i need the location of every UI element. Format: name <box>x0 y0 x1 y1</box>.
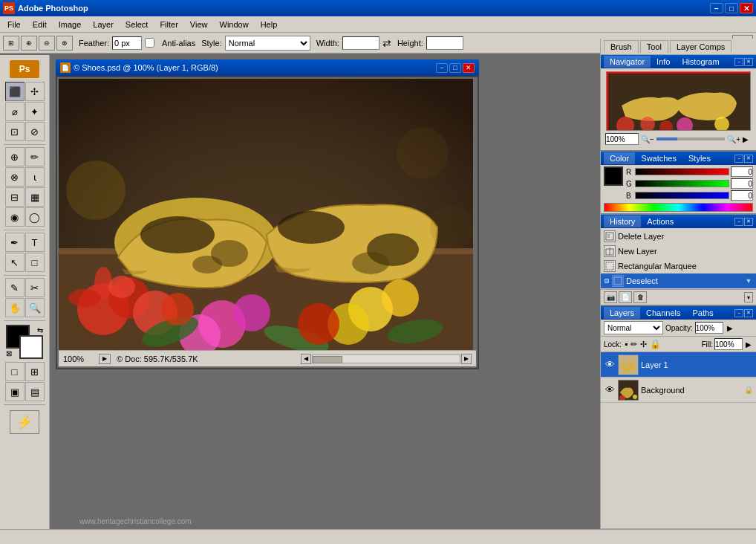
slice-tool[interactable]: ⊘ <box>25 122 45 141</box>
scroll-left-btn[interactable]: ◀ <box>301 354 311 364</box>
history-item-new-layer[interactable]: New Layer <box>601 244 756 259</box>
doc-minimize-btn[interactable]: − <box>436 63 448 73</box>
screenmode-btn[interactable]: ▣ <box>5 382 25 401</box>
color-panel-minimize[interactable]: − <box>734 155 743 163</box>
lasso-tool[interactable]: ⌀ <box>5 102 25 121</box>
document-image[interactable] <box>59 79 473 350</box>
history-scroll-down[interactable]: ▼ <box>744 276 753 285</box>
history-delete-btn[interactable]: 🗑 <box>633 291 647 303</box>
clone-stamp-tool[interactable]: ⊗ <box>5 167 25 187</box>
history-panel-close[interactable]: ✕ <box>744 218 753 226</box>
lock-pixels-btn[interactable]: ✏ <box>630 340 637 349</box>
shape-tool[interactable]: □ <box>25 253 45 272</box>
swap-wh-btn[interactable]: ⇄ <box>382 37 391 49</box>
lock-transparent-btn[interactable]: ▪ <box>625 339 628 349</box>
tab-history[interactable]: History <box>604 216 641 227</box>
standard-mode-btn[interactable]: □ <box>5 362 25 381</box>
quickmask-mode-btn[interactable]: ⊞ <box>25 362 45 381</box>
close-button[interactable]: ✕ <box>740 3 753 13</box>
maximize-button[interactable]: □ <box>725 3 738 13</box>
nav-options-btn[interactable]: ▶ <box>743 135 752 143</box>
layer-item-background[interactable]: 👁 Background 🔒 <box>601 378 756 403</box>
history-new-document-btn[interactable]: 📄 <box>619 291 632 303</box>
crop-tool[interactable]: ⊡ <box>5 122 25 141</box>
menu-filter[interactable]: Filter <box>154 19 183 30</box>
nav-panel-close[interactable]: ✕ <box>744 58 753 66</box>
r-value-input[interactable] <box>731 166 753 177</box>
history-new-snapshot-btn[interactable]: 📷 <box>604 291 617 303</box>
b-value-input[interactable] <box>731 190 753 201</box>
tab-layer-comps[interactable]: Layer Comps <box>670 40 731 53</box>
blur-tool[interactable]: ◉ <box>5 207 25 227</box>
zoom-slider[interactable] <box>656 137 725 140</box>
history-item-marquee[interactable]: Rectangular Marquee <box>601 259 756 273</box>
color-panel-close[interactable]: ✕ <box>744 155 753 163</box>
history-item-delete-layer[interactable]: Delete Layer <box>601 229 756 244</box>
add-selection-btn[interactable]: ⊕ <box>21 36 37 51</box>
history-item-deselect[interactable]: Deselect ▼ <box>601 273 756 288</box>
g-slider[interactable] <box>635 180 729 187</box>
history-panel-minimize[interactable]: − <box>734 218 743 226</box>
layers-panel-close[interactable]: ✕ <box>744 309 753 317</box>
width-input[interactable] <box>342 36 379 50</box>
blend-mode-select[interactable]: Normal Dissolve Multiply Screen <box>604 321 663 334</box>
opacity-input[interactable] <box>695 322 723 334</box>
rectangular-marquee-tool[interactable]: ⬛ <box>5 82 25 101</box>
eraser-tool[interactable]: ⊟ <box>5 187 25 207</box>
gradient-tool[interactable]: ▦ <box>25 187 45 207</box>
hand-tool[interactable]: ✋ <box>5 298 25 317</box>
jump-to-imageready-btn[interactable]: ⚡ <box>10 410 39 434</box>
height-input[interactable] <box>426 36 463 50</box>
opacity-arrow-btn[interactable]: ▶ <box>726 322 734 334</box>
menu-edit[interactable]: Edit <box>27 19 53 30</box>
menu-image[interactable]: Image <box>53 19 88 30</box>
tab-styles[interactable]: Styles <box>682 152 717 164</box>
new-selection-btn[interactable]: ⊞ <box>3 36 19 51</box>
fill-arrow-btn[interactable]: ▶ <box>744 338 753 350</box>
tab-histogram[interactable]: Histogram <box>676 56 725 68</box>
type-tool[interactable]: T <box>25 233 45 252</box>
tab-info[interactable]: Info <box>651 56 676 68</box>
nav-panel-minimize[interactable]: − <box>734 58 743 66</box>
nav-zoom-input[interactable] <box>605 133 639 145</box>
layer1-eye-icon[interactable]: 👁 <box>604 359 616 371</box>
style-select[interactable]: Normal Fixed Aspect Ratio Fixed Size <box>225 36 310 51</box>
menu-file[interactable]: File <box>1 19 27 30</box>
layers-panel-minimize[interactable]: − <box>734 309 743 317</box>
path-select-tool[interactable]: ↖ <box>5 253 25 272</box>
healing-brush-tool[interactable]: ⊕ <box>5 147 25 166</box>
intersect-selection-btn[interactable]: ⊗ <box>56 36 73 51</box>
move-tool[interactable]: ✢ <box>25 82 45 101</box>
subtract-selection-btn[interactable]: ⊖ <box>39 36 55 51</box>
tab-layers[interactable]: Layers <box>604 307 640 319</box>
menu-layer[interactable]: Layer <box>87 19 120 30</box>
dodge-tool[interactable]: ◯ <box>25 207 45 227</box>
history-brush-tool[interactable]: ⍳ <box>25 167 45 187</box>
background-color[interactable] <box>19 335 43 359</box>
notes-tool[interactable]: ✎ <box>5 278 25 297</box>
color-fg-swatch[interactable] <box>604 166 623 186</box>
zoom-out-btn[interactable]: 🔍− <box>641 135 654 143</box>
magic-wand-tool[interactable]: ✦ <box>25 102 45 121</box>
feather-input[interactable] <box>112 36 142 50</box>
hscroll-thumb[interactable] <box>313 356 342 363</box>
swap-colors-btn[interactable]: ⇆ <box>37 326 43 334</box>
tab-swatches[interactable]: Swatches <box>635 152 682 164</box>
menu-view[interactable]: View <box>184 19 214 30</box>
menu-window[interactable]: Window <box>214 19 255 30</box>
tab-color[interactable]: Color <box>604 152 635 164</box>
doc-maximize-btn[interactable]: □ <box>449 63 461 73</box>
menu-help[interactable]: Help <box>255 19 284 30</box>
brush-tool[interactable]: ✏ <box>25 147 45 166</box>
scroll-right-btn[interactable]: ▶ <box>461 354 472 364</box>
tab-channels[interactable]: Channels <box>640 307 686 319</box>
history-panel-scroll-down[interactable]: ▼ <box>744 292 753 302</box>
color-spectrum[interactable] <box>604 203 753 212</box>
pen-tool[interactable]: ✒ <box>5 233 25 252</box>
r-slider[interactable] <box>635 168 729 175</box>
zoom-in-btn[interactable]: 🔍+ <box>727 135 740 143</box>
default-colors-btn[interactable]: ⊠ <box>6 349 12 357</box>
status-arrow-btn[interactable]: ▶ <box>99 354 111 364</box>
eyedropper-tool[interactable]: ✂ <box>25 278 45 297</box>
screenmode2-btn[interactable]: ▤ <box>25 382 45 401</box>
